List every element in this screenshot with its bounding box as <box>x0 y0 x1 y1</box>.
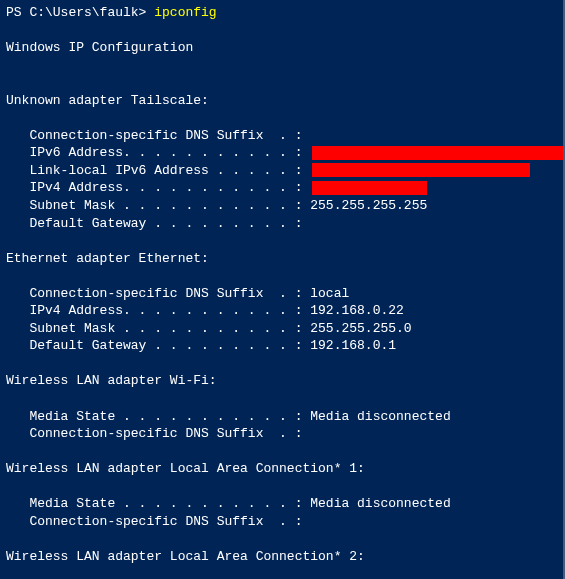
terminal-line: IPv6 Address. . . . . . . . . . . : <box>6 144 557 162</box>
row-label: Connection-specific DNS Suffix . : <box>6 286 302 301</box>
terminal-line: Connection-specific DNS Suffix . : <box>6 513 557 531</box>
terminal-line: Default Gateway . . . . . . . . . : 192.… <box>6 337 557 355</box>
terminal-line: Subnet Mask . . . . . . . . . . . : 255.… <box>6 197 557 215</box>
terminal-line: Unknown adapter Tailscale: <box>6 92 557 110</box>
blank-line <box>6 390 557 408</box>
spacer <box>302 145 310 160</box>
row-label: IPv4 Address. . . . . . . . . . . : <box>6 303 302 318</box>
spacer <box>302 180 310 195</box>
blank-line <box>6 355 557 373</box>
row-value: 192.168.0.22 <box>302 303 403 318</box>
row-label: Connection-specific DNS Suffix . : <box>6 128 302 143</box>
terminal-output: PS C:\Users\faulk> ipconfig Windows IP C… <box>6 4 557 579</box>
row-value: 255.255.255.255 <box>302 198 427 213</box>
row-value: local <box>302 286 349 301</box>
row-label: IPv6 Address. . . . . . . . . . . : <box>6 145 302 160</box>
blank-line <box>6 57 557 75</box>
row-label: Connection-specific DNS Suffix . : <box>6 514 302 529</box>
terminal-line: Connection-specific DNS Suffix . : <box>6 425 557 443</box>
blank-line <box>6 530 557 548</box>
row-label: Media State . . . . . . . . . . . : <box>6 409 302 424</box>
row-value: 255.255.255.0 <box>302 321 411 336</box>
adapter-title: Wireless LAN adapter Local Area Connecti… <box>6 461 365 476</box>
terminal-line: Media State . . . . . . . . . . . : Medi… <box>6 408 557 426</box>
terminal-line: Default Gateway . . . . . . . . . : <box>6 215 557 233</box>
row-value: Media disconnected <box>302 409 450 424</box>
row-label: Default Gateway . . . . . . . . . : <box>6 338 302 353</box>
blank-line <box>6 443 557 461</box>
adapter-title: Ethernet adapter Ethernet: <box>6 251 209 266</box>
row-label: Connection-specific DNS Suffix . : <box>6 426 302 441</box>
terminal-line: IPv4 Address. . . . . . . . . . . : <box>6 179 557 197</box>
adapter-title: Wireless LAN adapter Local Area Connecti… <box>6 549 365 564</box>
row-label: IPv4 Address. . . . . . . . . . . : <box>6 180 302 195</box>
terminal-line: Subnet Mask . . . . . . . . . . . : 255.… <box>6 320 557 338</box>
adapter-title: Wireless LAN adapter Wi-Fi: <box>6 373 217 388</box>
redacted-value <box>312 181 427 195</box>
redacted-value <box>312 146 565 160</box>
row-value: 192.168.0.1 <box>302 338 396 353</box>
prompt-prefix: PS C:\Users\faulk> <box>6 5 154 20</box>
row-label: Default Gateway . . . . . . . . . : <box>6 216 302 231</box>
blank-line <box>6 478 557 496</box>
command: ipconfig <box>154 5 216 20</box>
row-value: Media disconnected <box>302 496 450 511</box>
row-label: Subnet Mask . . . . . . . . . . . : <box>6 198 302 213</box>
adapter-title: Unknown adapter Tailscale: <box>6 93 209 108</box>
terminal-line: Wireless LAN adapter Wi-Fi: <box>6 372 557 390</box>
ipconfig-header: Windows IP Configuration <box>6 40 193 55</box>
row-label: Link-local IPv6 Address . . . . . : <box>6 163 302 178</box>
terminal-line: PS C:\Users\faulk> ipconfig <box>6 4 557 22</box>
terminal-line: Connection-specific DNS Suffix . : local <box>6 285 557 303</box>
terminal-line: Link-local IPv6 Address . . . . . : <box>6 162 557 180</box>
blank-line <box>6 22 557 40</box>
row-label: Subnet Mask . . . . . . . . . . . : <box>6 321 302 336</box>
terminal-line: Connection-specific DNS Suffix . : <box>6 127 557 145</box>
terminal-line: IPv4 Address. . . . . . . . . . . : 192.… <box>6 302 557 320</box>
blank-line <box>6 267 557 285</box>
spacer <box>302 163 310 178</box>
blank-line <box>6 109 557 127</box>
terminal-line: Wireless LAN adapter Local Area Connecti… <box>6 460 557 478</box>
terminal-line: Windows IP Configuration <box>6 39 557 57</box>
blank-line <box>6 232 557 250</box>
terminal-line: Wireless LAN adapter Local Area Connecti… <box>6 548 557 566</box>
terminal-line: Media State . . . . . . . . . . . : Medi… <box>6 495 557 513</box>
terminal-line: Ethernet adapter Ethernet: <box>6 250 557 268</box>
blank-line <box>6 566 557 580</box>
blank-line <box>6 74 557 92</box>
row-label: Media State . . . . . . . . . . . : <box>6 496 302 511</box>
redacted-value <box>312 163 530 177</box>
